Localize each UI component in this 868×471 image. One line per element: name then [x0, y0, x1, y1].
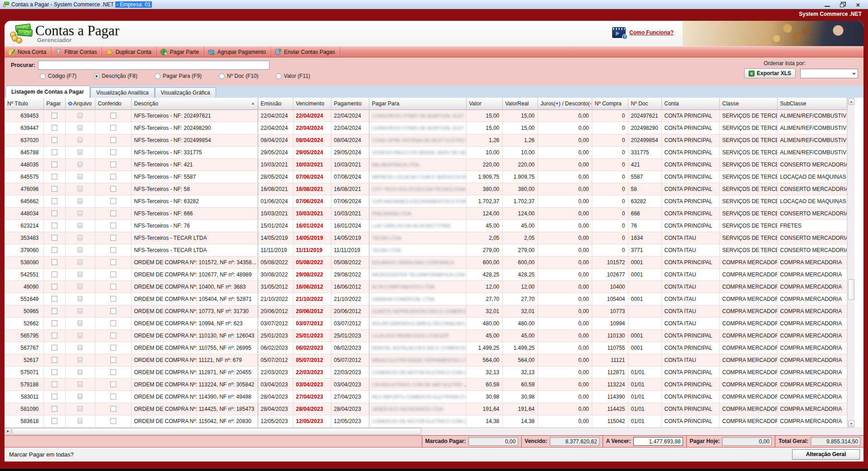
search-input[interactable] [38, 61, 269, 70]
conferido-checkbox[interactable] [110, 149, 116, 155]
table-row[interactable]: 639447 NFS-Terceiros - NF: 202498290 22/… [5, 122, 847, 134]
pagar-checkbox[interactable] [52, 345, 57, 351]
video-help-icon[interactable]: ? [612, 27, 626, 38]
cell-arquivo[interactable] [65, 219, 95, 232]
cell-arquivo[interactable] [65, 256, 95, 268]
pagar-checkbox[interactable] [52, 320, 57, 326]
cell-arquivo[interactable] [65, 354, 95, 366]
pagar-checkbox[interactable] [52, 247, 57, 253]
close-button[interactable]: × [854, 1, 863, 8]
col-subclasse[interactable]: SubClasse [777, 98, 847, 109]
cell-arquivo[interactable] [65, 171, 95, 183]
cell-arquivo[interactable] [65, 232, 95, 244]
cell-arquivo[interactable] [65, 109, 95, 122]
cell-arquivo[interactable] [65, 317, 95, 329]
cell-arquivo[interactable] [65, 244, 95, 256]
cell-arquivo[interactable] [65, 403, 95, 415]
pagar-checkbox[interactable] [52, 174, 57, 180]
radio-valor[interactable]: Valor (F11) [276, 73, 310, 79]
conferido-checkbox[interactable] [110, 284, 116, 290]
pagar-checkbox[interactable] [52, 259, 57, 265]
col-n-titulo[interactable]: Nº Título [5, 98, 43, 109]
scroll-up-icon[interactable]: ▲ [848, 98, 854, 105]
table-row[interactable]: 476096 NFS-Terceiros - NF: 58 16/08/2021… [5, 183, 847, 195]
pagar-checkbox[interactable] [52, 162, 57, 167]
pagar-checkbox[interactable] [52, 149, 57, 155]
col-valorreal[interactable]: ValorReal [502, 98, 538, 109]
col-emissao[interactable]: Emissão [258, 98, 293, 109]
pagar-checkbox[interactable] [52, 394, 57, 400]
cell-arquivo[interactable] [65, 207, 95, 219]
conferido-checkbox[interactable] [110, 345, 116, 351]
conferido-checkbox[interactable] [110, 113, 116, 119]
table-row[interactable]: 639453 NFS-Terceiros - NF: 202497621 22/… [5, 109, 847, 122]
col-pagamento[interactable]: Pagamento [331, 98, 369, 109]
table-row[interactable]: 645575 NFS-Terceiros - NF: 5587 28/05/20… [5, 171, 847, 183]
scroll-right-icon[interactable]: ▶ [5, 428, 11, 435]
radio-pagar-para[interactable]: Pagar Para (F9) [155, 73, 202, 79]
cell-arquivo[interactable] [65, 342, 95, 354]
table-row[interactable]: 49090 ORDEM DE COMPRA Nº: 10400, NF nº: … [5, 281, 847, 293]
scroll-down-icon[interactable]: ▼ [848, 420, 854, 427]
conferido-checkbox[interactable] [110, 198, 116, 204]
cell-arquivo[interactable] [65, 281, 95, 293]
pagar-checkbox[interactable] [52, 186, 57, 192]
horizontal-scrollbar[interactable]: ◀ ▶ [5, 428, 863, 435]
table-row[interactable]: 637020 NFS-Terceiros - NF: 202499854 08/… [5, 134, 847, 146]
pagar-checkbox[interactable] [52, 210, 57, 216]
conferido-checkbox[interactable] [110, 308, 116, 314]
table-row[interactable]: 645662 NFS-Terceiros - NF: 63282 01/06/2… [5, 195, 847, 207]
como-funciona-link[interactable]: Como Funciona? [629, 29, 674, 36]
conferido-checkbox[interactable] [110, 406, 116, 412]
cell-arquivo[interactable] [65, 366, 95, 378]
table-row[interactable]: 581090 ORDEM DE COMPRA Nº: 114425, NF nº… [5, 403, 847, 415]
pagar-checkbox[interactable] [52, 284, 57, 290]
pagar-checkbox[interactable] [52, 369, 57, 375]
col-n-doc[interactable]: Nº Doc [628, 98, 661, 109]
duplicar-conta-button[interactable]: Duplicar Conta [102, 47, 156, 57]
tab-listagem[interactable]: Listagem de Contas a Pagar [5, 86, 90, 98]
conferido-checkbox[interactable] [110, 210, 116, 216]
cell-arquivo[interactable] [65, 195, 95, 207]
col-valor[interactable]: Valor [466, 98, 502, 109]
cell-arquivo[interactable] [65, 293, 95, 305]
conferido-checkbox[interactable] [110, 174, 116, 180]
col-pagar[interactable]: Pagar [43, 98, 65, 109]
conferido-checkbox[interactable] [110, 137, 116, 143]
conferido-checkbox[interactable] [110, 357, 116, 363]
conferido-checkbox[interactable] [110, 381, 116, 387]
table-row[interactable]: 551649 ORDEM DE COMPRA Nº: 105404, NF nº… [5, 293, 847, 305]
table-row[interactable]: 52617 ORDEM DE COMPRA Nº: 11121, NF nº: … [5, 354, 847, 366]
cell-arquivo[interactable] [65, 146, 95, 158]
cell-arquivo[interactable] [65, 268, 95, 281]
pagar-checkbox[interactable] [52, 125, 57, 131]
cell-arquivo[interactable] [65, 158, 95, 171]
table-row[interactable]: 538080 ORDEM DE COMPRA Nº: 101572, NF nº… [5, 256, 847, 268]
pagar-parte-button[interactable]: Pagar Parte [156, 47, 204, 57]
nova-conta-button[interactable]: Nova Conta [5, 47, 51, 57]
agrupar-pagamento-button[interactable]: Agrupar Pagamento [204, 47, 271, 57]
conferido-checkbox[interactable] [110, 186, 116, 192]
cell-arquivo[interactable] [65, 134, 95, 146]
pagar-checkbox[interactable] [52, 357, 57, 363]
cell-arquivo[interactable] [65, 122, 95, 134]
col-juros-desconto[interactable]: Juros(+) / Desconto(-) [538, 98, 592, 109]
minimize-button[interactable] [823, 1, 832, 8]
col-descricao[interactable]: Descrição▲ [131, 98, 258, 109]
table-row[interactable]: 565795 ORDEM DE COMPRA Nº: 110130, NF nº… [5, 329, 847, 342]
conferido-checkbox[interactable] [110, 394, 116, 400]
pagar-checkbox[interactable] [52, 381, 57, 387]
conferido-checkbox[interactable] [110, 418, 116, 424]
table-row[interactable]: 645788 NFS-Terceiros - NF: 331775 29/05/… [5, 146, 847, 158]
pagar-checkbox[interactable] [52, 198, 57, 204]
table-row[interactable]: 542551 ORDEM DE COMPRA Nº: 102677, NF nº… [5, 268, 847, 281]
conferido-checkbox[interactable] [110, 271, 116, 277]
pagar-checkbox[interactable] [52, 418, 57, 424]
table-row[interactable]: 579188 ORDEM DE COMPRA Nº: 113224, NF nº… [5, 378, 847, 390]
table-row[interactable]: 448034 NFS-Terceiros - NF: 666 10/03/202… [5, 207, 847, 219]
pagar-checkbox[interactable] [52, 235, 57, 241]
radio-ndoc[interactable]: Nº Doc (F10) [219, 73, 259, 79]
pagar-checkbox[interactable] [52, 223, 57, 228]
radio-codigo[interactable]: Código (F7) [40, 73, 76, 79]
table-row[interactable]: 583618 ORDEM DE COMPRA Nº: 115042, NF nº… [5, 415, 847, 427]
